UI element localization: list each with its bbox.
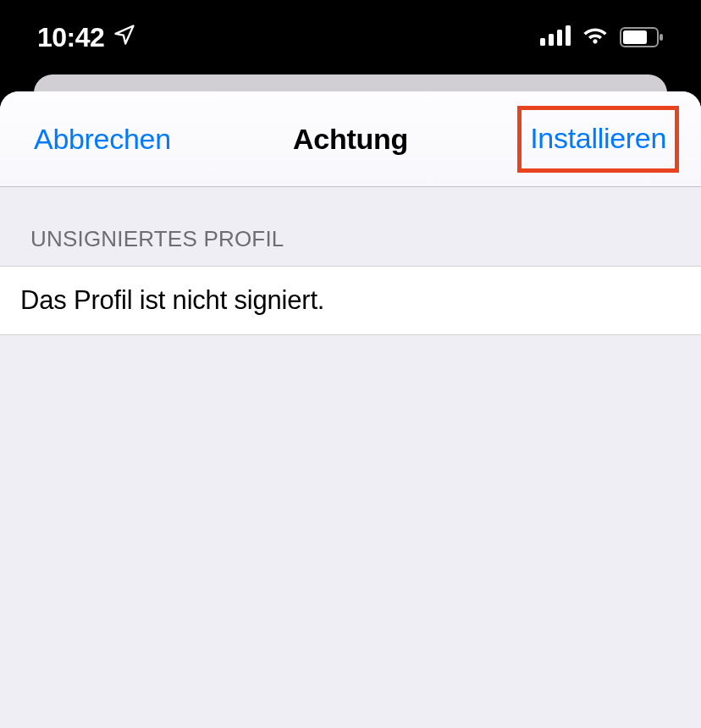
- profile-unsigned-message: Das Profil ist nicht signiert.: [0, 266, 701, 335]
- cancel-button[interactable]: Abbrechen: [34, 123, 171, 156]
- svg-rect-6: [660, 34, 663, 41]
- status-time: 10:42: [37, 22, 104, 53]
- install-button[interactable]: Installieren: [530, 122, 666, 155]
- nav-bar: Abbrechen Achtung Installieren: [0, 91, 701, 187]
- status-bar-left: 10:42: [37, 22, 136, 53]
- nav-title: Achtung: [293, 123, 408, 156]
- status-bar-right: [540, 25, 664, 49]
- status-bar: 10:42: [0, 0, 701, 74]
- battery-icon: [620, 27, 664, 47]
- sheet-content: UNSIGNIERTES PROFIL Das Profil ist nicht…: [0, 187, 701, 335]
- svg-rect-3: [566, 25, 571, 46]
- cellular-icon: [540, 25, 571, 49]
- install-button-highlight: Installieren: [517, 106, 679, 173]
- svg-rect-0: [540, 38, 545, 46]
- svg-rect-2: [557, 30, 562, 46]
- modal-sheet: Abbrechen Achtung Installieren UNSIGNIER…: [0, 91, 701, 728]
- svg-rect-1: [549, 34, 554, 46]
- section-header-unsigned: UNSIGNIERTES PROFIL: [0, 187, 701, 266]
- location-icon: [113, 22, 136, 53]
- svg-rect-5: [623, 30, 647, 44]
- wifi-icon: [581, 25, 610, 49]
